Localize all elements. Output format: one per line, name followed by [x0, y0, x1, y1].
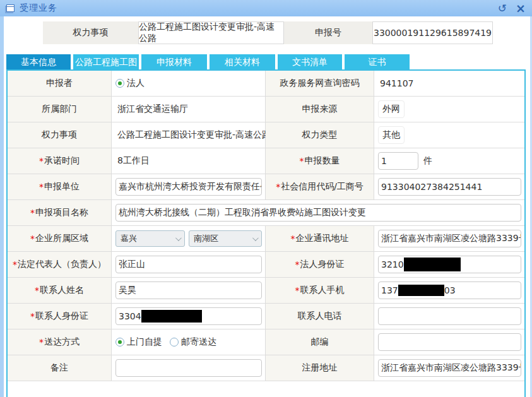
contact-mobile-value: 137 03	[374, 278, 524, 304]
declare-count-value: 件	[374, 148, 524, 174]
contact-id-value: 3304	[112, 304, 266, 329]
form-row: 申报者 法人 政务服务网查询密码 941107	[8, 71, 524, 97]
power-type-value: 其他	[374, 122, 524, 148]
contact-phone-label: 联系人电话	[266, 304, 374, 329]
radio-legal-person-label: 法人	[127, 78, 145, 89]
project-name-label: * 申报项目名称	[8, 200, 112, 226]
reg-address-value: 浙江省嘉兴市南湖区凌公塘路3339号（嘉	[374, 355, 524, 381]
query-password-label: 政务服务网查询密码	[266, 71, 374, 97]
legal-id-input[interactable]: 3210	[378, 256, 521, 273]
project-name-input[interactable]: 杭州湾大桥北接线（二期）工程取消省界收费站施工图设计变更	[115, 204, 521, 222]
form-row: 所属部门 浙江省交通运输厅 申报来源 外网	[8, 97, 524, 122]
form-row: * 承诺时间 8工作日 * 申报数量 件	[8, 148, 524, 174]
contact-name-label: * 联系人姓名	[8, 278, 112, 304]
declare-count-unit: 件	[423, 155, 432, 167]
window-form-icon	[6, 4, 15, 12]
delivery-method-label: * 送达方式	[8, 329, 112, 355]
contact-phone-value	[374, 304, 524, 329]
tab-document-list[interactable]: 文书清单	[278, 54, 342, 69]
form-row: * 联系人身份证 3304 联系人电话	[8, 304, 524, 329]
region-district-select[interactable]: 南湖区	[189, 230, 262, 247]
declare-unit-label: * 申报单位	[8, 174, 112, 200]
form-row: * 申报单位 嘉兴市杭州湾大桥投资开发有限责任公司 * 社会信用代码/工商号	[8, 174, 524, 200]
credit-code-value	[374, 174, 524, 200]
contact-mobile-input[interactable]: 137 03	[378, 281, 521, 299]
contact-id-input[interactable]: 3304	[115, 307, 262, 325]
contact-mobile-label: * 联系人手机	[266, 278, 374, 304]
contact-name-value	[112, 278, 266, 304]
chevron-down-icon	[252, 235, 259, 241]
contact-name-input[interactable]	[115, 281, 262, 299]
company-address-label: * 企业通讯地址	[266, 226, 374, 252]
reg-address-label: 注册地址	[266, 355, 374, 381]
tab-construction-drawing[interactable]: 公路工程施工图	[73, 54, 139, 69]
form-row: * 送达方式 上门自提 邮寄送达 邮编	[8, 329, 524, 355]
legal-id-label: * 法人身份证	[266, 252, 374, 278]
company-address-value: 浙江省嘉兴市南湖区凌公塘路3339号（嘉	[374, 226, 524, 252]
redaction-bar	[398, 285, 444, 296]
region-label: * 企业所属区域	[8, 226, 112, 252]
company-address-input[interactable]: 浙江省嘉兴市南湖区凌公塘路3339号（嘉	[378, 230, 521, 247]
region-value: 嘉兴 南湖区	[112, 226, 266, 252]
declare-source-label: 申报来源	[266, 97, 374, 122]
power-item-header-value: 公路工程施工图设计变更审批-高速公路	[138, 21, 284, 44]
zipcode-input[interactable]	[378, 333, 521, 351]
declare-unit-value: 嘉兴市杭州湾大桥投资开发有限责任公司	[112, 174, 266, 200]
declarer-value: 法人	[112, 71, 266, 97]
power-item-value: 公路工程施工图设计变更审批-高速公路	[112, 122, 266, 148]
legal-id-value: 3210	[374, 252, 524, 278]
basic-info-form: 申报者 法人 政务服务网查询密码 941107 所属部门 浙江省交通运输厅	[6, 69, 526, 397]
zipcode-label: 邮编	[266, 329, 374, 355]
power-type-label: 权力类型	[266, 122, 374, 148]
tab-bar: 基本信息 公路工程施工图 申报材料 相关材料 文书清单 证书	[6, 54, 410, 69]
form-row: * 企业所属区域 嘉兴 南湖区 * 企业通讯地址 浙江省嘉兴市南湖区凌公塘	[8, 226, 524, 252]
department-value: 浙江省交通运输厅	[112, 97, 266, 122]
project-name-value: 杭州湾大桥北接线（二期）工程取消省界收费站施工图设计变更	[112, 200, 524, 226]
form-row: * 法定代表人（负责人） * 法人身份证 3210	[8, 252, 524, 278]
promise-time-value: 8工作日	[112, 148, 266, 174]
remark-input[interactable]	[115, 359, 262, 377]
form-row: 权力事项 公路工程施工图设计变更审批-高速公路 权力类型 其他	[8, 122, 524, 148]
power-item-label: 权力事项	[8, 122, 112, 148]
department-label: 所属部门	[8, 97, 112, 122]
declare-source-value: 外网	[374, 97, 524, 122]
power-item-header-label: 权力事项	[43, 21, 138, 44]
tab-declare-materials[interactable]: 申报材料	[141, 54, 207, 69]
window-left-edge	[0, 16, 4, 397]
tab-basic-info[interactable]: 基本信息	[6, 54, 71, 69]
credit-code-label: * 社会信用代码/工商号	[266, 174, 374, 200]
refresh-icon[interactable]: ↺	[498, 3, 507, 15]
legal-rep-label: * 法定代表人（负责人）	[8, 252, 112, 278]
header-strip: 权力事项 公路工程施工图设计变更审批-高速公路 申报号 330000191129…	[43, 21, 493, 44]
reg-address-input[interactable]: 浙江省嘉兴市南湖区凌公塘路3339号（嘉	[378, 359, 521, 377]
form-row: * 申报项目名称 杭州湾大桥北接线（二期）工程取消省界收费站施工图设计变更	[8, 200, 524, 226]
region-city-select[interactable]: 嘉兴	[115, 230, 185, 247]
application-no-value: 330000191129615897419	[372, 21, 493, 44]
redaction-bar	[141, 310, 202, 323]
radio-legal-person[interactable]	[115, 79, 124, 88]
chevron-down-icon	[175, 235, 182, 241]
radio-self-pickup[interactable]	[115, 338, 124, 347]
close-icon[interactable]: ×	[516, 3, 526, 15]
declare-unit-input[interactable]: 嘉兴市杭州湾大桥投资开发有限责任公司	[115, 178, 262, 196]
radio-self-pickup-label: 上门自提	[127, 336, 162, 348]
tab-related-materials[interactable]: 相关材料	[210, 54, 275, 69]
radio-mail-delivery[interactable]	[170, 338, 179, 347]
legal-rep-input[interactable]	[115, 256, 262, 273]
declare-count-label: * 申报数量	[266, 148, 374, 174]
credit-code-input[interactable]	[378, 178, 521, 196]
remark-value	[112, 355, 266, 381]
tab-certificate[interactable]: 证书	[345, 54, 410, 69]
legal-rep-value	[112, 252, 266, 278]
redaction-bar	[404, 258, 461, 271]
contact-id-label: * 联系人身份证	[8, 304, 112, 329]
delivery-method-value: 上门自提 邮寄送达	[112, 329, 266, 355]
remark-label: 备注	[8, 355, 112, 381]
form-row: 备注 注册地址 浙江省嘉兴市南湖区凌公塘路3339号（嘉	[8, 355, 524, 381]
radio-mail-delivery-label: 邮寄送达	[181, 336, 216, 348]
window-title: 受理业务	[20, 3, 57, 14]
declare-count-input[interactable]	[378, 152, 418, 170]
title-bar: 受理业务 ↺ ×	[0, 0, 532, 16]
promise-time-label: * 承诺时间	[8, 148, 112, 174]
contact-phone-input[interactable]	[378, 307, 521, 325]
